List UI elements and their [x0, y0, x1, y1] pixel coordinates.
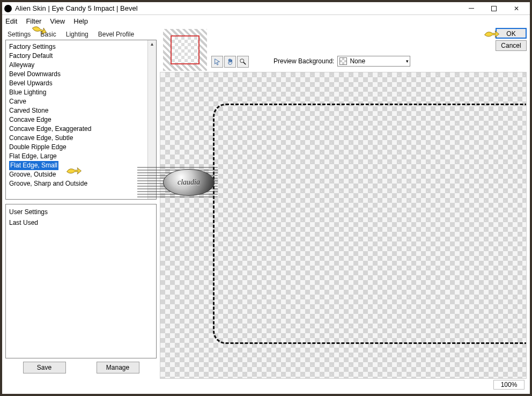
window-title: Alien Skin | Eye Candy 5 Impact | Bevel: [15, 4, 138, 12]
preview-bg-label: Preview Background:: [274, 57, 334, 65]
list-item[interactable]: Last Used: [9, 217, 153, 228]
preview-bg-value: None: [350, 57, 406, 65]
list-item[interactable]: Blue Lighting: [9, 88, 144, 97]
tab-settings[interactable]: Settings: [6, 30, 32, 39]
menu-edit[interactable]: Edit: [5, 16, 17, 26]
zoom-tool[interactable]: [237, 56, 249, 68]
list-item[interactable]: User Settings: [9, 207, 153, 217]
list-item[interactable]: Alleyway: [9, 61, 144, 70]
selection-outline: [213, 104, 527, 344]
list-item[interactable]: Carve: [9, 97, 144, 106]
list-item[interactable]: Concave Edge, Subtle: [9, 134, 144, 143]
list-item[interactable]: Flat Edge, Large: [9, 152, 144, 161]
factory-settings-list[interactable]: Factory Settings Factory Default Alleywa…: [5, 40, 157, 200]
ok-button[interactable]: OK: [496, 28, 527, 39]
list-item-selected[interactable]: Flat Edge, Small: [9, 161, 58, 170]
tab-bevel-profile[interactable]: Bevel Profile: [97, 30, 135, 39]
list-item[interactable]: Groove, Outside: [9, 170, 144, 179]
svg-point-0: [240, 59, 244, 63]
list-item[interactable]: Bevel Downwards: [9, 70, 144, 79]
list-item[interactable]: Carved Stone: [9, 106, 144, 115]
list-item[interactable]: Groove, Sharp and Outside: [9, 179, 144, 188]
list-header: Factory Settings: [9, 42, 144, 52]
menu-filter[interactable]: Filter: [26, 16, 41, 26]
user-settings-list[interactable]: User Settings Last Used: [5, 204, 157, 358]
menubar: Edit Filter View Help: [2, 15, 530, 28]
tab-basic[interactable]: Basic: [39, 30, 57, 39]
list-item[interactable]: Bevel Upwards: [9, 79, 144, 88]
scroll-up-icon[interactable]: ▴: [148, 40, 156, 49]
scrollbar[interactable]: ▴: [147, 40, 156, 199]
preview-panel: Preview Background: None ▾ 100%: [160, 40, 527, 390]
hand-tool[interactable]: [224, 56, 236, 68]
list-item[interactable]: Concave Edge, Exaggerated: [9, 124, 144, 134]
list-item[interactable]: Double Ripple Edge: [9, 143, 144, 152]
manage-button[interactable]: Manage: [97, 362, 139, 373]
preview-canvas[interactable]: [160, 72, 527, 379]
pointer-tool[interactable]: [211, 56, 223, 68]
preview-bg-select[interactable]: None ▾: [337, 56, 410, 67]
thumbnail-selection: [171, 35, 200, 64]
svg-line-1: [243, 62, 246, 64]
menu-view[interactable]: View: [50, 16, 65, 26]
thumbnail[interactable]: [163, 29, 207, 71]
app-icon: [4, 5, 12, 12]
chevron-down-icon: ▾: [406, 58, 409, 64]
settings-panel: Factory Settings Factory Default Alleywa…: [5, 40, 157, 390]
zoom-readout: 100%: [493, 380, 524, 390]
tabbar: Settings Basic Lighting Bevel Profile: [2, 28, 530, 39]
tab-lighting[interactable]: Lighting: [65, 30, 90, 39]
minimize-button[interactable]: [460, 3, 483, 14]
transparency-icon: [339, 57, 347, 65]
list-item[interactable]: Concave Edge: [9, 115, 144, 124]
titlebar: Alien Skin | Eye Candy 5 Impact | Bevel …: [2, 2, 530, 15]
maximize-button[interactable]: [483, 3, 505, 14]
list-item[interactable]: Factory Default: [9, 52, 144, 61]
menu-help[interactable]: Help: [73, 16, 88, 26]
save-button[interactable]: Save: [23, 362, 66, 373]
close-button[interactable]: ✕: [505, 3, 528, 14]
